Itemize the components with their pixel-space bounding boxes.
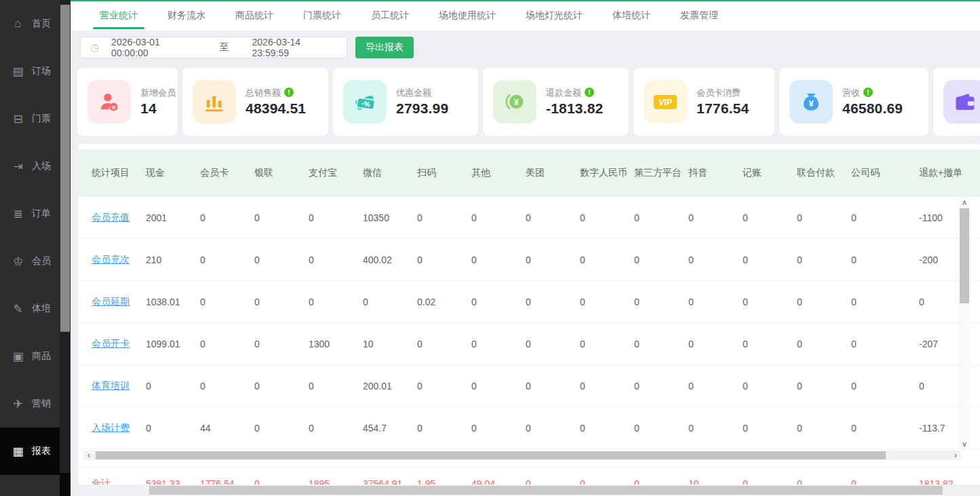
table-cell: 0 — [743, 381, 797, 392]
table-cell: 0.02 — [417, 297, 471, 307]
date-range-input[interactable]: ◷ 2026-03-01 00:00:00 至 2026-03-14 23:59… — [80, 37, 347, 58]
stat-card-label: 优惠金额 — [396, 87, 431, 99]
svg-text:-%: -% — [361, 99, 371, 109]
row-link-会员充值[interactable]: 会员充值 — [92, 212, 146, 224]
svg-text:¥: ¥ — [808, 98, 814, 109]
tab-体培统计[interactable]: 体培统计 — [597, 1, 665, 31]
table-cell: 0 — [254, 339, 309, 349]
table-cell: 0 — [254, 212, 309, 223]
stat-card-label: 退款金额 — [546, 87, 581, 99]
stat-card-text: 优惠金额2793.99 — [396, 87, 448, 117]
table-hscroll-track[interactable] — [94, 451, 950, 459]
home-icon: ⌂ — [12, 17, 24, 31]
table-cell: 0 — [254, 297, 309, 307]
date-range-separator: 至 — [220, 41, 229, 54]
table-cell: 0 — [417, 423, 471, 434]
table-cell: 400.02 — [363, 254, 417, 265]
row-link-会员充次[interactable]: 会员充次 — [92, 254, 146, 266]
stat-card-value: 14 — [140, 100, 182, 117]
table-cell: 0 — [743, 212, 797, 223]
table-vscroll-thumb[interactable] — [960, 208, 969, 303]
table-cell: 0 — [200, 339, 254, 349]
sidebar-item-商品[interactable]: ▣商品 — [0, 332, 60, 380]
summary-label: 合计 — [92, 478, 146, 485]
table-hscroll-thumb[interactable] — [96, 451, 886, 459]
table-cell: 0 — [797, 297, 851, 307]
column-header-联合付款: 联合付款 — [797, 167, 851, 179]
table-cell: 0 — [688, 212, 743, 223]
table-horizontal-scrollbar[interactable]: ‹ › — [83, 451, 961, 460]
vip-card-icon: VIP — [644, 80, 687, 123]
tab-商品统计[interactable]: 商品统计 — [220, 1, 288, 31]
sidebar-scrollbar[interactable] — [60, 0, 71, 496]
row-link-体育培训[interactable]: 体育培训 — [92, 380, 146, 392]
booking-icon: ▤ — [12, 64, 24, 79]
summary-cell: 1895 — [309, 478, 363, 485]
stat-card-营收: ¥营收!46580.69 — [779, 68, 928, 136]
table-cell: 0 — [471, 254, 526, 265]
sidebar-item-体培[interactable]: ✎体培 — [0, 285, 60, 332]
summary-cell: 37564.91 — [363, 478, 417, 485]
sidebar-item-会员[interactable]: ♔会员 — [0, 237, 60, 285]
tab-员工统计[interactable]: 员工统计 — [356, 1, 424, 31]
column-header-其他: 其他 — [471, 167, 526, 179]
tab-发票管理[interactable]: 发票管理 — [665, 1, 733, 31]
summary-cell: 5381.33 — [146, 478, 200, 485]
sidebar-item-订场[interactable]: ▤订场 — [0, 47, 60, 95]
row-link-入场计费[interactable]: 入场计费 — [92, 422, 146, 434]
scroll-right-icon[interactable]: › — [950, 451, 961, 460]
date-end-value[interactable]: 2026-03-14 23:59:59 — [252, 37, 337, 58]
sidebar-item-partial[interactable]: ▭ — [0, 475, 60, 496]
table-cell: -113.7 — [919, 423, 980, 434]
sidebar-item-入场[interactable]: ⇥入场 — [0, 142, 60, 190]
table-cell: 0 — [471, 212, 526, 223]
export-report-button[interactable]: 导出报表 — [355, 37, 414, 58]
sidebar-scrollbar-track-end — [60, 473, 71, 496]
table-cell: 0 — [851, 339, 905, 349]
sidebar-item-营销[interactable]: ✈营销 — [0, 380, 60, 427]
column-header-抖音: 抖音 — [688, 167, 743, 179]
report-icon: ▦ — [12, 444, 24, 459]
table-row-入场计费: 入场计费04400454.7000000000-113.7 — [78, 407, 980, 449]
sidebar-scrollbar-thumb[interactable] — [60, 5, 70, 332]
tab-营业统计[interactable]: 营业统计 — [85, 1, 153, 31]
stat-card-text: 退款金额!-1813.82 — [546, 87, 604, 117]
scroll-left-icon[interactable]: ‹ — [83, 451, 94, 460]
column-header-微信: 微信 — [363, 167, 417, 179]
summary-cell: 0 — [851, 478, 905, 485]
scroll-up-icon[interactable]: ∧ — [958, 197, 971, 208]
page-hscroll-thumb[interactable] — [149, 486, 943, 495]
sidebar-item-label: 订场 — [32, 65, 51, 77]
sidebar-item-门票[interactable]: ⊟门票 — [0, 95, 60, 142]
table-cell: 0 — [743, 423, 797, 434]
table-cell: 210 — [146, 254, 200, 265]
table-cell: 0 — [200, 297, 254, 307]
table-cell: 0 — [851, 381, 905, 392]
table-cell: 0 — [797, 381, 851, 392]
sidebar-item-label: 营销 — [32, 398, 51, 410]
sidebar-item-报表[interactable]: ▦报表 — [0, 427, 60, 475]
date-start-value[interactable]: 2026-03-01 00:00:00 — [111, 37, 196, 58]
stat-card-value: 1776.54 — [697, 100, 749, 117]
tab-场地使用统计[interactable]: 场地使用统计 — [424, 1, 511, 31]
stat-card-value: 48394.51 — [246, 100, 306, 117]
column-header-公司码: 公司码 — [851, 167, 905, 179]
row-link-会员开卡[interactable]: 会员开卡 — [92, 338, 146, 350]
tab-场地灯光统计[interactable]: 场地灯光统计 — [511, 1, 597, 31]
table-cell: 0 — [851, 254, 905, 265]
scroll-down-icon[interactable]: ∨ — [958, 438, 971, 449]
report-tab-bar: 营业统计财务流水商品统计门票统计员工统计场地使用统计场地灯光统计体培统计发票管理 — [71, 0, 980, 31]
column-header-统计项目: 统计项目 — [92, 167, 146, 179]
sidebar-item-订单[interactable]: ≣订单 — [0, 190, 60, 237]
row-link-会员延期[interactable]: 会员延期 — [92, 296, 146, 308]
page-horizontal-scrollbar[interactable] — [141, 484, 980, 496]
sidebar-item-首页[interactable]: ⌂首页 — [0, 0, 60, 47]
table-vertical-scrollbar[interactable]: ∧ ∨ — [958, 197, 971, 449]
table-cell: 0 — [363, 297, 417, 307]
table-cell: 0 — [797, 212, 851, 223]
table-cell: 0 — [200, 212, 254, 223]
table-cell: 0 — [526, 339, 580, 349]
sidebar-item-label: 报表 — [32, 445, 51, 457]
tab-门票统计[interactable]: 门票统计 — [288, 1, 356, 31]
tab-财务流水[interactable]: 财务流水 — [153, 1, 220, 31]
